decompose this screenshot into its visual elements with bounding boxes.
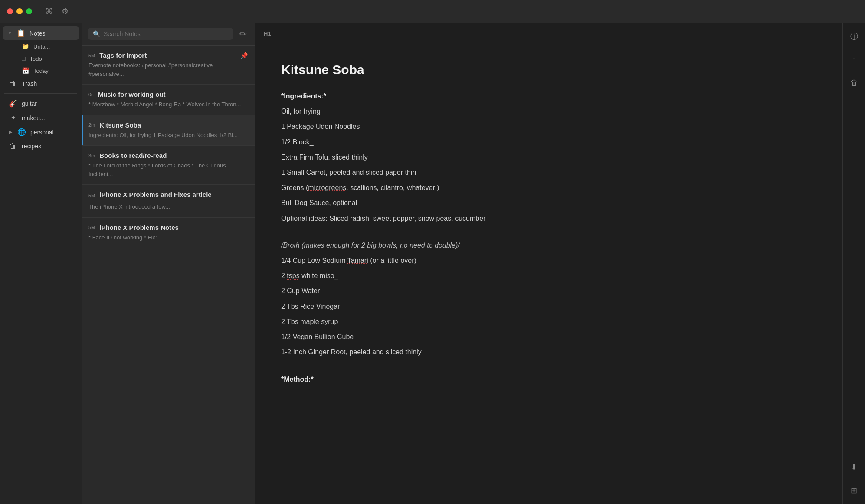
sidebar-trash-label: Trash: [22, 80, 37, 87]
broth-3: 2 Cup Water: [281, 285, 816, 297]
sidebar-divider: [4, 93, 77, 94]
note-item-kitsune[interactable]: 2m Kitsune Soba Ingredients: Oil, for fr…: [82, 115, 255, 146]
broth-5: 2 Tbs maple syrup: [281, 316, 816, 327]
broth-header: /Broth (makes enough for 2 big bowls, no…: [281, 239, 816, 251]
personal-icon: 🌐: [17, 128, 26, 136]
ingredient-4: Extra Firm Tofu, sliced thinly: [281, 151, 816, 163]
ingredients-header: *Ingredients:*: [281, 90, 816, 102]
sidebar-item-personal[interactable]: ▶ 🌐 personal: [3, 125, 79, 139]
guitar-icon: 🎸: [9, 99, 17, 108]
note-item-music[interactable]: 0s Music for working out * Merzbow * Mor…: [82, 85, 255, 115]
anchor-button[interactable]: ⬇: [848, 460, 860, 475]
note-time: 3m: [88, 153, 95, 158]
editor-content[interactable]: Kitsune Soba *Ingredients:* Oil, for fry…: [255, 45, 842, 504]
note-preview: The iPhone X introduced a few...: [88, 203, 248, 211]
note-item-header: 5M Tags for Import 📌: [88, 52, 248, 59]
note-title: iPhone X Problems Notes: [99, 224, 248, 231]
delete-button[interactable]: 🗑: [848, 76, 861, 90]
note-time: 0s: [88, 92, 94, 97]
note-item-header: 2m Kitsune Soba: [88, 121, 248, 129]
pin-icon: 📌: [240, 52, 248, 59]
tsps-text: tsps: [287, 272, 299, 279]
sidebar-personal-label: personal: [30, 129, 54, 136]
folder-icon: 📁: [22, 43, 29, 50]
grid-button[interactable]: ⊞: [848, 483, 860, 498]
maximize-button[interactable]: [26, 8, 32, 14]
right-toolbar: ⓘ ↑ 🗑 ⬇ ⊞: [842, 23, 865, 504]
traffic-lights: [7, 8, 32, 14]
sidebar-item-recipes[interactable]: 🗑 recipes: [3, 140, 79, 153]
note-item-tags[interactable]: 5M Tags for Import 📌 Evernote notebooks:…: [82, 46, 255, 85]
notes-icon: 📋: [16, 29, 25, 37]
sidebar-item-notes[interactable]: ▾ 📋 Notes: [3, 26, 79, 40]
filter-icon[interactable]: ⚙: [62, 7, 69, 16]
sidebar-todo-label: Todo: [29, 56, 42, 62]
checkbox-icon: □: [22, 55, 25, 62]
info-button[interactable]: ⓘ: [848, 29, 861, 44]
sidebar-item-todo[interactable]: □ Todo: [3, 53, 79, 64]
ingredient-3: 1/2 Block_: [281, 136, 816, 148]
sidebar-guitar-label: guitar: [22, 100, 37, 107]
note-preview: * Face ID not working * Fix:: [88, 233, 248, 242]
note-title: Tags for Import: [99, 52, 236, 59]
search-bar: 🔍 ✏: [82, 23, 255, 46]
notes-list: 🔍 ✏ 5M Tags for Import 📌 Evernote notebo…: [82, 23, 255, 504]
note-item-iphone-notes[interactable]: 5M iPhone X Problems Notes * Face ID not…: [82, 218, 255, 249]
method-header: *Method:*: [281, 373, 816, 385]
broth-4: 2 Tbs Rice Vinegar: [281, 301, 816, 312]
sidebar-recipes-label: recipes: [22, 143, 41, 150]
minimize-button[interactable]: [16, 8, 23, 14]
note-time: 5M: [88, 225, 95, 230]
compose-button[interactable]: ✏: [238, 27, 249, 41]
note-heading: Kitsune Soba: [281, 62, 816, 77]
sidebar-item-trash[interactable]: 🗑 Trash: [3, 77, 79, 90]
titlebar: ⌘ ⚙: [0, 0, 865, 23]
sidebar-item-guitar[interactable]: 🎸 guitar: [3, 97, 79, 110]
ingredient-5: 1 Small Carrot, peeled and sliced paper …: [281, 167, 816, 178]
tamari-text: Tamari: [347, 257, 368, 264]
note-editor: H1 Kitsune Soba *Ingredients:* Oil, for …: [255, 23, 842, 504]
search-input[interactable]: [104, 30, 228, 37]
broth-7: 1-2 Inch Ginger Root, peeled and sliced …: [281, 346, 816, 358]
note-item-header: 5M iPhone X Problems and Fixes article: [88, 191, 248, 200]
sidebar-untitled-label: Unta...: [33, 43, 50, 50]
note-item-header: 5M iPhone X Problems Notes: [88, 224, 248, 231]
app-icon[interactable]: ⌘: [45, 7, 53, 16]
notes-scroll: 5M Tags for Import 📌 Evernote notebooks:…: [82, 46, 255, 504]
note-preview: * Merzbow * Morbid Angel * Bong-Ra * Wol…: [88, 100, 248, 109]
sidebar-item-makeup[interactable]: ✦ makeu...: [3, 111, 79, 124]
note-title: Music for working out: [98, 91, 248, 98]
ingredient-1: Oil, for frying: [281, 105, 816, 117]
titlebar-icons: ⌘ ⚙: [45, 7, 69, 16]
note-item-books[interactable]: 3m Books to read/re-read * The Lord of t…: [82, 146, 255, 185]
sidebar-today-label: Today: [33, 68, 49, 74]
search-input-wrap[interactable]: 🔍: [88, 28, 233, 40]
note-title: Kitsune Soba: [99, 121, 248, 129]
search-icon: 🔍: [93, 30, 100, 37]
note-title: Books to read/re-read: [99, 152, 248, 159]
note-item-header: 0s Music for working out: [88, 91, 248, 98]
sidebar-makeup-label: makeu...: [22, 115, 45, 121]
note-preview: * The Lord of the Rings * Lords of Chaos…: [88, 161, 248, 178]
main-layout: ▾ 📋 Notes 📁 Unta... □ Todo 📅 Today 🗑 Tra…: [0, 23, 865, 504]
broth-2: 2 tsps white miso_: [281, 270, 816, 281]
broth-6: 1/2 Vegan Bullion Cube: [281, 331, 816, 343]
microgreens-text: microgreens: [308, 184, 346, 191]
note-time: 5M: [88, 53, 95, 58]
sidebar-item-today[interactable]: 📅 Today: [3, 65, 79, 76]
note-item-iphone-article[interactable]: 5M iPhone X Problems and Fixes article T…: [82, 185, 255, 218]
expand-arrow: ▾: [9, 30, 11, 36]
sidebar-item-untitled[interactable]: 📁 Unta...: [3, 41, 79, 52]
share-button[interactable]: ↑: [849, 53, 858, 67]
close-button[interactable]: [7, 8, 13, 14]
note-title: iPhone X Problems and Fixes article: [99, 191, 248, 198]
ingredient-6: Greens (microgreens, scallions, cilantro…: [281, 182, 816, 193]
broth-1: 1/4 Cup Low Sodium Tamari (or a little o…: [281, 255, 816, 266]
note-item-header: 3m Books to read/re-read: [88, 152, 248, 159]
sidebar-notes-label: Notes: [29, 30, 46, 37]
calendar-icon: 📅: [22, 67, 29, 74]
makeup-icon: ✦: [9, 114, 17, 122]
expand-arrow-personal: ▶: [9, 129, 12, 135]
h1-badge: H1: [264, 30, 271, 37]
recipes-icon: 🗑: [9, 142, 17, 150]
